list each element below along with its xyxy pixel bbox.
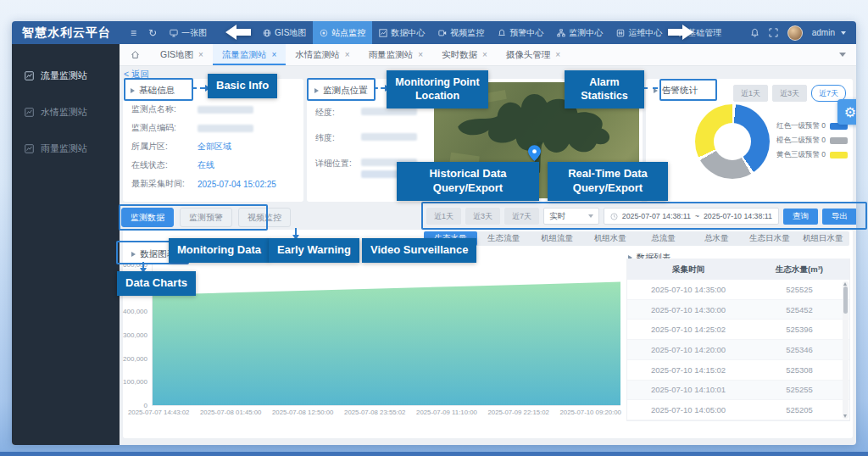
export-button[interactable]: 导出 bbox=[822, 209, 856, 225]
nav-item-1[interactable]: 站点监控 bbox=[313, 21, 372, 44]
chevron-down-icon bbox=[588, 214, 593, 218]
legend-label: 红色一级预警 0 bbox=[776, 121, 826, 131]
annotation-arrow-left-icon bbox=[225, 24, 251, 41]
monitor-tab-2[interactable]: 视频监控 bbox=[238, 208, 291, 227]
annotation-historical-query: Historical Data Query/Export bbox=[397, 162, 539, 201]
field-label: 监测点名称: bbox=[131, 103, 198, 115]
data-tab-4[interactable]: 总流量 bbox=[637, 231, 690, 246]
close-icon[interactable]: × bbox=[271, 50, 276, 59]
annotation-video-surveillance: Video Surveillance bbox=[362, 238, 476, 263]
data-tab-1[interactable]: 生态流量 bbox=[477, 231, 531, 246]
tab-label: GIS地图 bbox=[160, 49, 193, 61]
monitor-tab-0[interactable]: 监测数据 bbox=[121, 208, 174, 227]
avatar[interactable] bbox=[787, 25, 803, 41]
legend-label: 橙色二级预警 0 bbox=[776, 136, 826, 146]
field-label: 监测点编码: bbox=[131, 122, 198, 134]
screenshot-stage: 智慧水利云平台 ≡ ↻ 一张图 GIS地图站点监控数据中心视频监控预警中心监测中… bbox=[0, 0, 868, 456]
alarm-range-button-0[interactable]: 近1天 bbox=[733, 85, 768, 102]
nav-item-4[interactable]: 预警中心 bbox=[491, 21, 550, 44]
table-scrollbar[interactable] bbox=[843, 281, 849, 419]
tab-label: 水情监测站 bbox=[295, 49, 340, 61]
map-pin-icon[interactable] bbox=[528, 145, 541, 161]
x-tick-label: 2025-07-08 12:50:00 bbox=[272, 409, 333, 416]
refresh-icon[interactable]: ↻ bbox=[148, 27, 157, 39]
cell-time: 2025-07-10 14:25:02 bbox=[627, 325, 749, 334]
table-row-5: 2025-07-10 14:10:01525255 bbox=[627, 381, 849, 401]
tab-5[interactable]: 摄像头管理× bbox=[497, 44, 570, 65]
query-bar: 近1天近3天近7天 实时 2025-07-07 14:38:11 ~ 2025-… bbox=[426, 206, 856, 226]
menu-collapse-icon[interactable]: ≡ bbox=[131, 27, 136, 39]
nav-item-3[interactable]: 视频监控 bbox=[431, 21, 491, 44]
annotation-basic-info: Basic Info bbox=[208, 74, 277, 98]
screen-icon bbox=[170, 29, 178, 37]
target-icon bbox=[320, 29, 328, 37]
x-tick-label: 2025-07-08 01:45:00 bbox=[200, 409, 261, 416]
mode-select[interactable]: 实时 bbox=[543, 208, 599, 225]
area-chart bbox=[152, 264, 620, 406]
data-tab-5[interactable]: 总水量 bbox=[690, 231, 743, 246]
tab-bar: GIS地图×流量监测站×水情监测站×雨量监测站×实时数据×摄像头管理× bbox=[120, 44, 856, 66]
sidebar-item-label: 雨量监测站 bbox=[41, 142, 87, 155]
data-tab-2[interactable]: 机组流量 bbox=[531, 231, 584, 246]
date-range-input[interactable]: 2025-07-07 14:38:11 ~ 2025-07-10 14:38:1… bbox=[604, 208, 779, 225]
username[interactable]: admin bbox=[812, 28, 835, 37]
home-icon[interactable] bbox=[120, 50, 151, 59]
sidebar-item-0[interactable]: 流量监测站 bbox=[12, 58, 120, 94]
tab-label: 雨量监测站 bbox=[369, 49, 414, 61]
bell-icon bbox=[498, 29, 506, 37]
close-icon[interactable]: × bbox=[482, 50, 487, 59]
data-tab-7[interactable]: 机组日水量 bbox=[796, 231, 849, 246]
caret-right-icon bbox=[131, 88, 135, 93]
query-range-button-0[interactable]: 近1天 bbox=[426, 208, 461, 225]
fullscreen-icon[interactable] bbox=[769, 28, 778, 37]
table-row-6: 2025-07-10 14:05:00525205 bbox=[627, 400, 849, 420]
monitor-tab-1[interactable]: 监测预警 bbox=[180, 208, 232, 227]
sidebar-item-1[interactable]: 水情监测站 bbox=[12, 94, 120, 131]
field-value: 在线 bbox=[198, 159, 214, 171]
one-map-label: 一张图 bbox=[181, 27, 207, 39]
settings-gear-button[interactable]: ⚙ bbox=[837, 99, 856, 125]
alarm-range-button-1[interactable]: 近3天 bbox=[772, 85, 807, 102]
close-icon[interactable]: × bbox=[345, 50, 350, 59]
data-tab-3[interactable]: 机组水量 bbox=[583, 231, 637, 246]
tab-1[interactable]: 流量监测站× bbox=[213, 44, 286, 65]
sidebar-item-2[interactable]: 雨量监测站 bbox=[12, 131, 120, 167]
nav-item-0[interactable]: GIS地图 bbox=[256, 21, 313, 44]
tab-3[interactable]: 雨量监测站× bbox=[359, 44, 432, 65]
data-tab-6[interactable]: 生态日水量 bbox=[743, 231, 797, 246]
tabbar-chevron-down-icon[interactable] bbox=[829, 53, 856, 57]
cell-time: 2025-07-10 14:10:01 bbox=[627, 385, 749, 394]
alarm-legend-item-0: 红色一级预警 0 bbox=[753, 121, 848, 131]
bell-icon[interactable] bbox=[750, 28, 760, 37]
nav-item-5[interactable]: 监测中心 bbox=[550, 21, 609, 44]
scrollbar-thumb[interactable] bbox=[843, 286, 848, 314]
cell-time: 2025-07-10 14:20:00 bbox=[627, 345, 749, 354]
alarm-legend-item-2: 黄色三级预警 0 bbox=[753, 150, 848, 160]
nav-item-2[interactable]: 数据中心 bbox=[372, 21, 431, 44]
close-icon[interactable]: × bbox=[555, 50, 560, 59]
field-label: 在线状态: bbox=[131, 159, 198, 171]
close-icon[interactable]: × bbox=[418, 50, 423, 59]
basic-info-field-3: 在线状态:在线 bbox=[123, 156, 303, 175]
table-row-4: 2025-07-10 14:15:02525308 bbox=[627, 360, 849, 381]
chevron-down-icon[interactable] bbox=[841, 31, 846, 35]
masked-value bbox=[198, 125, 253, 132]
field-label: 所属片区: bbox=[131, 141, 198, 153]
query-button[interactable]: 查询 bbox=[783, 209, 818, 225]
tab-0[interactable]: GIS地图× bbox=[151, 44, 213, 65]
table-row-2: 2025-07-10 14:25:02525396 bbox=[627, 320, 849, 340]
nav-item-6[interactable]: 运维中心 bbox=[609, 21, 669, 44]
query-range-button-1[interactable]: 近3天 bbox=[465, 208, 500, 225]
y-tick-label: 300,000 bbox=[123, 331, 147, 339]
query-range-button-2[interactable]: 近7天 bbox=[504, 208, 539, 225]
cell-value: 525205 bbox=[749, 405, 849, 414]
annotation-dashed-arrow bbox=[142, 262, 144, 268]
annotation-data-charts: Data Charts bbox=[117, 271, 196, 296]
tab-4[interactable]: 实时数据× bbox=[432, 44, 497, 65]
close-icon[interactable]: × bbox=[198, 50, 203, 59]
masked-value bbox=[198, 106, 253, 114]
tab-2[interactable]: 水情监测站× bbox=[286, 44, 359, 65]
nav-item-one-map[interactable]: 一张图 bbox=[163, 21, 214, 44]
globe-icon bbox=[263, 29, 271, 37]
cell-time: 2025-07-10 14:35:00 bbox=[627, 285, 749, 294]
